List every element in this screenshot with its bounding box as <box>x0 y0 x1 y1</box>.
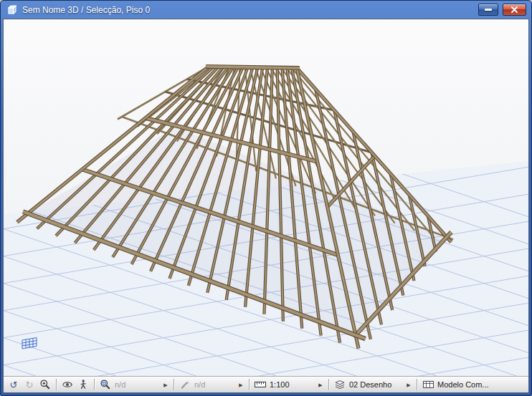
scale-menu-button[interactable]: ▶ <box>315 378 326 391</box>
walk-button[interactable] <box>75 378 91 391</box>
chevron-right-icon: ▶ <box>163 382 167 387</box>
model-view-button[interactable] <box>420 378 436 391</box>
separator <box>56 379 57 390</box>
rotate-right-icon: ↻ <box>26 380 34 390</box>
zoom-extent-icon <box>100 379 111 390</box>
status-toolbar: ↺ ↻ <box>4 376 528 392</box>
separator <box>328 379 329 390</box>
edit-mode-button[interactable] <box>177 378 193 391</box>
close-icon <box>510 5 519 14</box>
separator <box>249 379 250 390</box>
chevron-right-icon: ▶ <box>407 382 410 387</box>
window-title: Sem Nome 3D / Selecção, Piso 0 <box>22 5 474 15</box>
orbit-button[interactable] <box>60 378 75 391</box>
3d-viewport[interactable] <box>4 19 528 376</box>
minimize-icon <box>485 9 492 11</box>
pencil-icon <box>179 379 191 390</box>
edit-preset-value[interactable]: n/d <box>193 380 236 389</box>
ruler-icon <box>254 379 267 390</box>
orbit-icon <box>62 379 73 390</box>
scale-button[interactable] <box>252 378 268 391</box>
client-area: ↺ ↻ <box>3 19 529 393</box>
layers-icon <box>334 379 346 390</box>
rotate-left-button[interactable]: ↺ <box>6 378 22 391</box>
nav-preset-menu-button[interactable]: ▶ <box>161 378 171 391</box>
model-view-value[interactable]: Modelo Com... <box>436 380 526 389</box>
walk-icon <box>77 379 89 390</box>
chevron-right-icon: ▶ <box>239 382 242 387</box>
separator <box>94 379 95 390</box>
zoom-in-button[interactable] <box>37 378 53 391</box>
3d-scene[interactable] <box>4 19 528 376</box>
rotate-left-icon: ↺ <box>10 380 18 390</box>
separator <box>174 379 174 390</box>
zoom-extent-button[interactable] <box>98 378 113 391</box>
model-view-icon <box>422 379 434 390</box>
close-button[interactable] <box>503 4 526 16</box>
separator <box>417 379 417 390</box>
edit-preset-menu-button[interactable]: ▶ <box>236 378 246 391</box>
titlebar[interactable]: Sem Nome 3D / Selecção, Piso 0 <box>3 1 529 19</box>
layers-button[interactable] <box>332 378 348 391</box>
layer-menu-button[interactable]: ▶ <box>404 378 414 391</box>
scale-value[interactable]: 1:100 <box>268 380 315 389</box>
minimize-button[interactable] <box>478 4 498 16</box>
chevron-right-icon: ▶ <box>318 382 322 387</box>
app-window: Sem Nome 3D / Selecção, Piso 0 <box>0 0 532 396</box>
window-3d-icon <box>7 5 18 15</box>
rotate-right-button[interactable]: ↻ <box>22 378 37 391</box>
layer-value[interactable]: 02 Desenho <box>348 380 404 389</box>
zoom-in-icon <box>39 379 51 390</box>
nav-preset-value[interactable]: n/d <box>113 380 161 389</box>
